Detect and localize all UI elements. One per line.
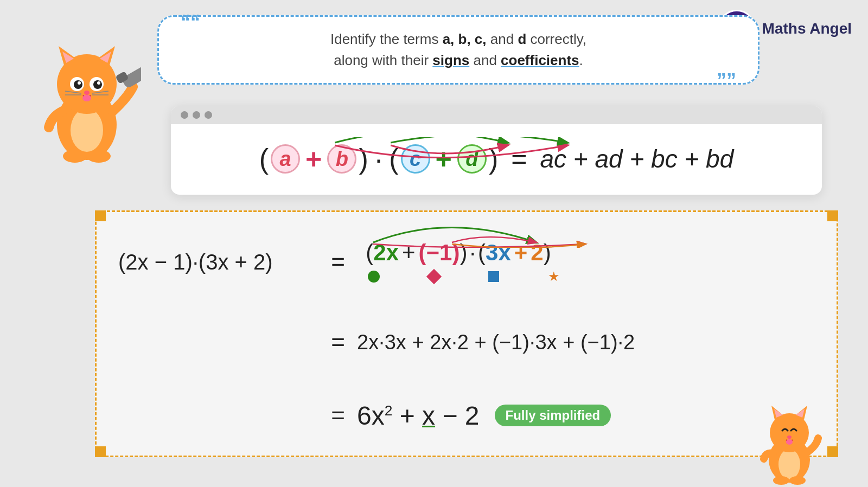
svg-point-24 [78,81,81,85]
final-answer: 6x2 + x − 2 [357,401,480,431]
svg-point-14 [71,108,103,152]
eq-equals-3: = [319,402,357,429]
corner-tr [827,210,838,221]
term-d: d [457,144,487,174]
diamond-pink [426,269,442,284]
browser-dot-3 [205,111,212,119]
svg-point-43 [787,435,792,439]
svg-point-25 [97,81,100,85]
dot-green [368,271,380,283]
star-orange: ★ [548,269,560,284]
term-a: a [271,144,300,174]
eq-equals-2: = [319,329,357,356]
svg-point-35 [82,95,91,101]
equation-row-2: = 2x·3x + 2x·2 + (−1)·3x + (−1)·2 [118,329,755,356]
svg-point-45 [773,476,789,485]
svg-point-44 [786,439,793,445]
corner-bl [95,446,106,457]
equation-row-1: (2x − 1)·(3x + 2) = [118,240,755,284]
svg-point-46 [789,476,806,485]
fully-simplified-badge: Fully simplified [495,405,611,426]
eq-left: (2x − 1)·(3x + 2) [118,250,319,274]
eq-equals-1: = [319,248,357,275]
corner-tl [95,210,106,221]
browser-bar [171,106,822,124]
equation-row-3: = 6x2 + x − 2 Fully simplified [118,401,755,431]
cat-mascot-bottom [754,389,825,487]
cat-mascot-top [33,22,141,174]
browser-dot-2 [193,111,200,119]
corner-br [827,446,838,457]
square-blue [488,271,499,282]
eq-expansion: 2x·3x + 2x·2 + (−1)·3x + (−1)·2 [357,331,635,354]
svg-point-22 [74,80,82,89]
term-c: c [401,144,430,174]
browser-dot-1 [181,111,188,119]
speech-text: Identify the terms a, b, c, and d correc… [181,29,736,71]
svg-point-37 [778,449,800,479]
svg-point-33 [63,150,87,163]
term-b: b [327,144,356,174]
main-equation-box: (2x − 1)·(3x + 2) = [95,210,838,457]
browser-content: ( a + b ) · ( c + d ) = ac + ad + bc + b… [171,124,822,195]
foil-browser-window: ( a + b ) · ( c + d ) = ac + ad + bc + b… [171,106,822,195]
svg-point-23 [93,80,102,89]
speech-bubble: Identify the terms a, b, c, and d correc… [157,15,760,85]
svg-point-34 [87,150,111,163]
svg-point-26 [84,91,90,95]
brand-name-text: Maths Angel [762,20,852,37]
